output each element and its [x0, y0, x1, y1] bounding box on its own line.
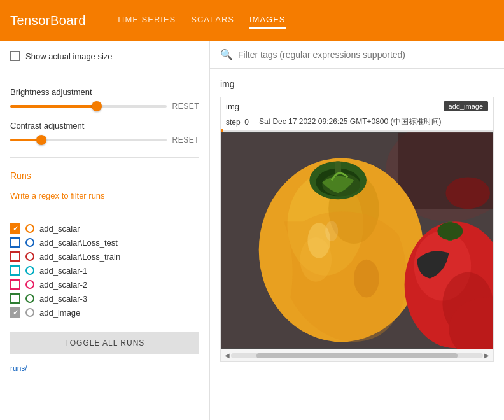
run-checkbox-loss-train[interactable] — [10, 251, 20, 262]
scroll-thumb[interactable] — [256, 353, 458, 358]
show-actual-size-checkbox[interactable] — [10, 51, 20, 61]
search-bar: 🔍 — [210, 41, 504, 69]
image-card-badge: add_image — [444, 101, 488, 111]
show-actual-size-row[interactable]: Show actual image size — [10, 51, 199, 61]
svg-point-18 — [445, 177, 490, 209]
run-checkbox-add-image[interactable]: ✓ — [10, 307, 20, 318]
brightness-reset-button[interactable]: RESET — [172, 102, 199, 111]
image-card: img add_image step 0 Sat Dec 17 2022 09:… — [220, 97, 494, 362]
run-item-loss-test[interactable]: add_scalar\Loss_test — [10, 235, 199, 249]
step-value: 0 — [244, 118, 249, 127]
step-info: step 0 — [226, 118, 249, 127]
layout: Show actual image size Brightness adjust… — [0, 41, 504, 420]
run-item-add-image[interactable]: ✓ add_image — [10, 305, 199, 319]
run-checkbox-scalar-3[interactable] — [10, 293, 20, 304]
brightness-slider-fill — [10, 105, 97, 108]
run-checkbox-scalar-1[interactable] — [10, 265, 20, 276]
main-content: 🔍 img img add_image step 0 Sat Dec 17 20… — [210, 41, 504, 420]
svg-point-20 — [325, 221, 338, 241]
logo: TensorBoard — [10, 13, 86, 28]
checkmark-add-image: ✓ — [13, 309, 18, 317]
content-area: img img add_image step 0 Sat Dec 17 2022… — [210, 69, 504, 420]
run-checkbox-add-scalar[interactable]: ✓ — [10, 223, 20, 234]
run-checkbox-scalar-2[interactable] — [10, 279, 20, 290]
run-circle-add-scalar — [25, 224, 34, 233]
run-name-add-scalar: add_scalar — [39, 224, 80, 234]
regex-label: Write a regex to filter runs — [10, 191, 199, 200]
show-actual-size-label: Show actual image size — [25, 52, 113, 61]
contrast-label: Contrast adjustment — [10, 121, 199, 130]
filter-tags-input[interactable] — [238, 50, 494, 60]
run-name-scalar-3: add_scalar-3 — [39, 294, 87, 304]
search-icon: 🔍 — [220, 48, 233, 60]
contrast-slider-row: RESET — [10, 136, 199, 144]
brightness-slider-row: RESET — [10, 102, 199, 111]
runs-link[interactable]: runs/ — [10, 364, 199, 373]
run-circle-add-image — [25, 308, 34, 317]
run-name-scalar-1: add_scalar-1 — [39, 266, 87, 276]
svg-point-16 — [437, 222, 463, 240]
run-name-scalar-2: add_scalar-2 — [39, 280, 87, 290]
pepper-svg — [221, 132, 493, 349]
run-item-add-scalar[interactable]: ✓ add_scalar — [10, 221, 199, 235]
contrast-section: Contrast adjustment RESET — [10, 121, 199, 144]
brightness-slider-thumb[interactable] — [92, 101, 102, 111]
step-label: step — [226, 118, 241, 127]
pepper-image — [221, 132, 493, 349]
run-circle-scalar-2 — [25, 280, 34, 289]
run-name-loss-train: add_scalar\Loss_train — [39, 252, 120, 262]
run-name-loss-test: add_scalar\Loss_test — [39, 238, 118, 248]
header: TensorBoard TIME SERIES SCALARS IMAGES — [0, 0, 504, 41]
run-item-loss-train[interactable]: add_scalar\Loss_train — [10, 249, 199, 263]
run-circle-scalar-1 — [25, 266, 34, 275]
runs-title: Runs — [10, 171, 199, 181]
brightness-slider-track[interactable] — [10, 105, 167, 108]
run-item-scalar-2[interactable]: add_scalar-2 — [10, 277, 199, 291]
run-name-add-image: add_image — [39, 308, 80, 318]
scroll-right-arrow[interactable]: ▶ — [483, 352, 491, 359]
nav-images[interactable]: IMAGES — [249, 12, 286, 29]
divider-1 — [10, 74, 199, 74]
image-card-meta: step 0 Sat Dec 17 2022 09:26:25 GMT+0800… — [221, 115, 493, 130]
checkmark-add-scalar: ✓ — [13, 225, 18, 233]
scroll-left-arrow[interactable]: ◀ — [223, 352, 231, 359]
run-circle-scalar-3 — [25, 294, 34, 303]
nav-scalars[interactable]: SCALARS — [191, 12, 234, 29]
run-circle-loss-train — [25, 252, 34, 261]
regex-divider — [10, 211, 199, 211]
image-scrollbar: ◀ ▶ — [221, 349, 493, 361]
image-card-header: img add_image — [221, 97, 493, 115]
runs-list: ✓ add_scalar add_scalar\Loss_test add_sc… — [10, 221, 199, 319]
image-card-tag: img — [226, 102, 239, 111]
contrast-slider-track[interactable] — [10, 139, 167, 141]
toggle-all-runs-button[interactable]: TOGGLE ALL RUNS — [10, 332, 199, 354]
brightness-section: Brightness adjustment RESET — [10, 87, 199, 111]
main-nav: TIME SERIES SCALARS IMAGES — [116, 12, 286, 29]
divider-2 — [10, 157, 199, 158]
section-title: img — [220, 79, 494, 89]
run-circle-loss-test — [25, 238, 34, 247]
nav-time-series[interactable]: TIME SERIES — [116, 12, 176, 29]
brightness-label: Brightness adjustment — [10, 87, 199, 97]
sidebar: Show actual image size Brightness adjust… — [0, 41, 210, 420]
contrast-reset-button[interactable]: RESET — [172, 136, 199, 144]
run-item-scalar-3[interactable]: add_scalar-3 — [10, 291, 199, 305]
run-item-scalar-1[interactable]: add_scalar-1 — [10, 263, 199, 277]
date-info: Sat Dec 17 2022 09:26:25 GMT+0800 (中国标准时… — [259, 116, 441, 127]
scroll-track[interactable] — [231, 353, 483, 358]
contrast-slider-thumb[interactable] — [36, 135, 46, 145]
run-checkbox-loss-test[interactable] — [10, 237, 20, 248]
